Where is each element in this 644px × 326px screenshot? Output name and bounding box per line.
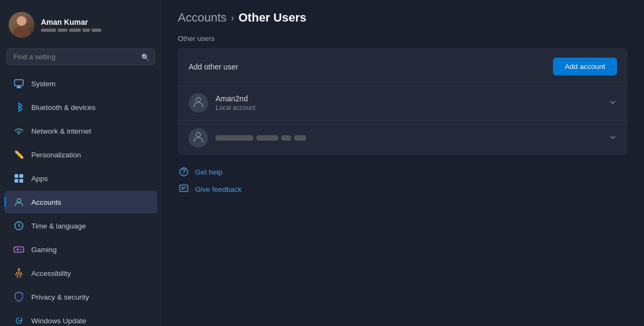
sidebar-item-accounts-label: Accounts — [31, 198, 61, 206]
avatar — [9, 12, 34, 38]
sidebar-item-gaming-label: Gaming — [31, 246, 57, 254]
breadcrumb: Accounts › Other Users — [178, 11, 628, 25]
user-info: Aman2nd Local account — [216, 94, 601, 112]
section-label: Other users — [178, 34, 628, 43]
user-bar — [82, 29, 90, 32]
user-avatar-icon — [192, 96, 204, 110]
blur-bar-4 — [294, 135, 306, 141]
breadcrumb-current: Other Users — [239, 11, 307, 25]
sidebar-item-accessibility-label: Accessibility — [31, 269, 71, 278]
blurred-name — [216, 135, 601, 141]
user-bar — [41, 29, 56, 32]
user-avatar-2 — [189, 128, 208, 148]
user-row-name: Aman2nd — [216, 94, 601, 103]
user-row-blurred[interactable] — [178, 120, 628, 155]
sidebar-item-gaming[interactable]: Gaming — [4, 238, 157, 261]
system-icon — [13, 78, 25, 89]
add-account-button[interactable]: Add account — [553, 58, 617, 75]
bluetooth-icon — [13, 101, 25, 113]
apps-icon — [13, 172, 25, 184]
expand-icon — [608, 98, 617, 108]
blur-bar-3 — [281, 135, 291, 141]
give-feedback-label: Give feedback — [195, 185, 241, 193]
svg-point-11 — [18, 268, 20, 270]
blur-bar-2 — [257, 135, 278, 141]
search-box[interactable]: 🔍 — [6, 48, 155, 65]
svg-point-10 — [20, 249, 22, 250]
blur-bar-1 — [216, 135, 253, 141]
user-bar — [92, 29, 101, 32]
accounts-icon — [13, 196, 25, 208]
sidebar-item-system-label: System — [31, 80, 56, 88]
svg-point-7 — [17, 199, 21, 203]
sidebar-item-network-label: Network & internet — [31, 127, 91, 135]
sidebar-item-apps-label: Apps — [31, 175, 48, 183]
user-row-sub: Local account — [216, 104, 601, 112]
add-user-label: Add other user — [189, 63, 238, 71]
sidebar-item-bluetooth[interactable]: Bluetooth & devices — [4, 96, 157, 119]
get-help-icon — [178, 166, 190, 178]
breadcrumb-parent[interactable]: Accounts — [178, 11, 227, 25]
sidebar-item-update[interactable]: Windows Update — [4, 309, 157, 326]
expand-icon-2 — [608, 133, 617, 143]
user-avatar-icon-2 — [192, 131, 204, 145]
user-row-aman2nd[interactable]: Aman2nd Local account — [178, 85, 628, 120]
search-input[interactable] — [6, 48, 155, 65]
breadcrumb-separator: › — [231, 12, 234, 24]
sidebar-item-privacy[interactable]: Privacy & security — [4, 286, 157, 308]
sidebar: Aman Kumar 🔍 System Bluetooth & devices — [0, 0, 162, 326]
personalization-icon: ✏️ — [13, 149, 25, 161]
time-icon — [13, 220, 25, 232]
svg-rect-1 — [17, 86, 20, 87]
user-bar — [69, 29, 81, 32]
get-help-label: Get help — [195, 168, 223, 176]
svg-rect-16 — [180, 185, 188, 192]
svg-point-12 — [196, 98, 200, 102]
svg-rect-3 — [15, 174, 18, 178]
user-name: Aman Kumar — [41, 18, 101, 26]
user-info-blurred — [216, 135, 601, 141]
sidebar-item-bluetooth-label: Bluetooth & devices — [31, 103, 95, 112]
search-icon: 🔍 — [141, 53, 150, 61]
svg-rect-5 — [15, 179, 18, 183]
sidebar-item-apps[interactable]: Apps — [4, 167, 157, 190]
sidebar-item-time-label: Time & language — [31, 222, 86, 230]
network-icon — [13, 125, 25, 137]
user-bars — [41, 29, 101, 32]
give-feedback-icon — [178, 183, 190, 195]
update-icon — [13, 315, 25, 326]
sidebar-item-accounts[interactable]: Accounts — [4, 191, 157, 213]
accessibility-icon — [13, 267, 25, 279]
privacy-icon — [13, 291, 25, 303]
sidebar-item-update-label: Windows Update — [31, 317, 86, 325]
svg-rect-2 — [16, 87, 22, 88]
svg-point-15 — [183, 174, 184, 175]
sidebar-item-personalization-label: Personalization — [31, 151, 81, 159]
user-info: Aman Kumar — [41, 18, 101, 32]
main-content: Accounts › Other Users Other users Add o… — [162, 0, 644, 326]
svg-rect-6 — [19, 179, 23, 183]
add-user-row: Add other user Add account — [178, 48, 628, 85]
sidebar-item-system[interactable]: System — [4, 72, 157, 95]
sidebar-item-personalization[interactable]: ✏️ Personalization — [4, 143, 157, 166]
sidebar-item-privacy-label: Privacy & security — [31, 293, 89, 301]
user-bar — [58, 29, 67, 32]
svg-rect-4 — [19, 174, 23, 178]
sidebar-item-accessibility[interactable]: Accessibility — [4, 262, 157, 285]
avatar-image — [9, 12, 34, 38]
help-section: Get help Give feedback — [178, 166, 628, 195]
user-profile[interactable]: Aman Kumar — [0, 5, 162, 46]
gaming-icon — [13, 244, 25, 255]
user-avatar — [189, 93, 208, 113]
sidebar-item-time[interactable]: Time & language — [4, 214, 157, 237]
add-user-card: Add other user Add account Aman2nd Local… — [178, 48, 628, 155]
get-help-link[interactable]: Get help — [178, 166, 628, 178]
give-feedback-link[interactable]: Give feedback — [178, 183, 628, 195]
svg-point-13 — [196, 133, 200, 137]
svg-rect-0 — [15, 80, 23, 86]
sidebar-item-network[interactable]: Network & internet — [4, 120, 157, 142]
